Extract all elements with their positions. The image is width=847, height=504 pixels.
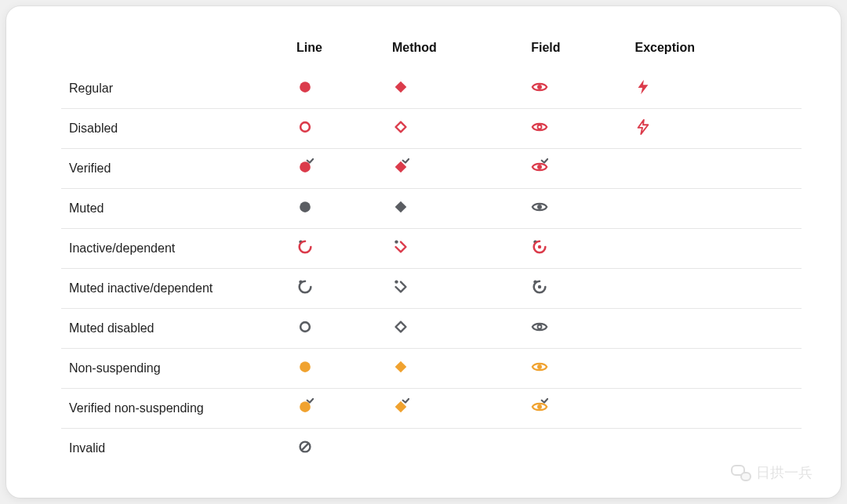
exception-breakpoint-icon: [634, 125, 652, 138]
line-icon-cell: [289, 109, 384, 149]
svg-point-11: [538, 245, 541, 248]
method-icon-cell: [384, 229, 523, 269]
svg-point-6: [300, 201, 311, 212]
field-breakpoint-icon: [531, 165, 548, 178]
line-icon-cell: [289, 269, 384, 309]
field-icon-cell: [523, 269, 627, 309]
exception-icon-cell: [627, 109, 802, 149]
row-label: Verified: [61, 149, 289, 189]
method-breakpoint-icon: [392, 364, 409, 378]
field-icon-cell: [523, 389, 627, 429]
field-breakpoint-icon: [531, 285, 548, 298]
field-icon-cell: [523, 229, 627, 269]
line-icon-cell: [289, 229, 384, 269]
method-icon-cell: [384, 389, 523, 429]
svg-point-5: [537, 165, 542, 169]
field-breakpoint-icon: [531, 85, 548, 98]
exception-icon-cell: [627, 309, 802, 349]
method-icon-cell: [384, 349, 523, 389]
exception-icon-cell: [627, 389, 802, 429]
header-line: Line: [289, 30, 384, 69]
field-icon-cell: [523, 69, 627, 109]
line-breakpoint-icon: [296, 205, 314, 218]
method-breakpoint-icon: [392, 165, 409, 178]
field-breakpoint-icon: [531, 245, 548, 258]
method-icon-cell: [384, 429, 523, 469]
method-icon-cell: [384, 69, 523, 109]
field-icon-cell: [523, 149, 627, 189]
field-icon-cell: [523, 349, 627, 389]
row-label: Muted: [61, 189, 289, 229]
line-breakpoint-icon: [296, 325, 314, 338]
header-field: Field: [523, 30, 627, 69]
row-label: Verified non-suspending: [61, 389, 289, 429]
method-breakpoint-icon: [392, 285, 409, 298]
table-row: Muted disabled: [61, 309, 802, 349]
method-icon-cell: [384, 189, 523, 229]
svg-point-4: [300, 161, 311, 172]
field-icon-cell: [523, 109, 627, 149]
method-icon-cell: [384, 309, 523, 349]
svg-point-18: [300, 361, 311, 372]
line-breakpoint-icon: [296, 245, 314, 258]
table-row: Muted inactive/dependent: [61, 269, 802, 309]
exception-icon-cell: [627, 349, 802, 389]
method-breakpoint-icon: [392, 245, 409, 258]
table-row: Invalid: [61, 429, 802, 469]
svg-line-23: [301, 443, 308, 450]
line-icon-cell: [289, 429, 384, 469]
svg-point-13: [394, 280, 398, 283]
row-label: Inactive/dependent: [61, 229, 289, 269]
svg-point-3: [538, 125, 542, 129]
line-breakpoint-icon: [296, 125, 314, 138]
exception-icon-cell: [627, 69, 802, 109]
exception-icon-cell: [627, 149, 802, 189]
method-breakpoint-icon: [392, 85, 409, 98]
svg-point-19: [537, 364, 542, 369]
exception-icon-cell: [627, 429, 802, 469]
row-label: Regular: [61, 69, 289, 109]
field-breakpoint-icon: [531, 325, 548, 338]
line-breakpoint-icon: [296, 444, 314, 458]
svg-point-16: [300, 322, 310, 332]
header-empty: [61, 30, 289, 69]
line-icon-cell: [289, 69, 384, 109]
method-breakpoint-icon: [392, 205, 409, 218]
method-breakpoint-icon: [392, 125, 409, 138]
field-breakpoint-icon: [531, 404, 548, 418]
svg-point-0: [300, 82, 311, 92]
line-icon-cell: [289, 149, 384, 189]
breakpoint-icons-table: Line Method Field Exception RegularDisab…: [61, 30, 802, 468]
method-icon-cell: [384, 149, 523, 189]
table-row: Inactive/dependent: [61, 229, 802, 269]
exception-breakpoint-icon: [634, 85, 652, 98]
row-label: Non-suspending: [61, 349, 289, 389]
table-row: Non-suspending: [61, 349, 802, 389]
field-breakpoint-icon: [531, 125, 548, 138]
method-icon-cell: [384, 109, 523, 149]
svg-point-2: [300, 122, 310, 132]
line-breakpoint-icon: [296, 404, 314, 418]
line-icon-cell: [289, 189, 384, 229]
table-row: Verified: [61, 149, 802, 189]
row-label: Muted inactive/dependent: [61, 269, 289, 309]
table-row: Regular: [61, 69, 802, 109]
exception-icon-cell: [627, 269, 802, 309]
row-label: Disabled: [61, 109, 289, 149]
row-label: Muted disabled: [61, 309, 289, 349]
line-breakpoint-icon: [296, 85, 314, 98]
line-icon-cell: [289, 309, 384, 349]
field-icon-cell: [523, 309, 627, 349]
field-breakpoint-icon: [531, 205, 548, 218]
header-method: Method: [384, 30, 523, 69]
table-row: Verified non-suspending: [61, 389, 802, 429]
svg-point-9: [394, 240, 398, 243]
line-breakpoint-icon: [296, 364, 314, 378]
field-icon-cell: [523, 429, 627, 469]
row-label: Invalid: [61, 429, 289, 469]
line-breakpoint-icon: [296, 165, 314, 178]
line-icon-cell: [289, 389, 384, 429]
method-breakpoint-icon: [392, 404, 409, 418]
field-breakpoint-icon: [531, 364, 548, 378]
table-row: Muted: [61, 189, 802, 229]
